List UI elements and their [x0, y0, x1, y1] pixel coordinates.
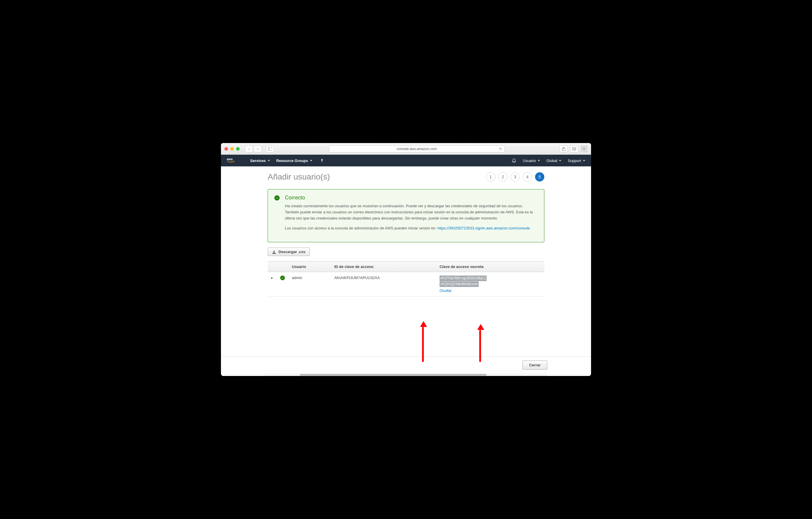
new-tab-button[interactable]: + [581, 145, 587, 152]
caret-down-icon [268, 160, 270, 162]
caret-down-icon [559, 160, 561, 162]
download-csv-button[interactable]: Descargar .csv [268, 248, 310, 256]
maximize-window-button[interactable] [236, 147, 240, 151]
svg-text:aws: aws [227, 157, 233, 161]
cell-secret-access-key: eFd7Ha76M+cgOEMcX8kjc1 cKQlXQZ4dk4MuBzcw… [436, 272, 544, 296]
step-3[interactable]: 3 [511, 172, 520, 181]
tabs-button[interactable] [570, 145, 578, 152]
sidebar-toggle-button[interactable] [266, 145, 274, 152]
caret-down-icon [310, 160, 312, 162]
scrollbar-thumb[interactable] [300, 374, 487, 376]
step-5[interactable]: 5 [535, 172, 544, 181]
reload-icon[interactable]: ⟳ [499, 147, 502, 151]
minimize-window-button[interactable] [230, 147, 234, 151]
wizard-steps: 1 2 3 4 5 [486, 172, 544, 181]
secret-key-line-1: eFd7Ha76M+cgOEMcX8kjc1 [440, 276, 487, 281]
traffic-lights [225, 147, 240, 151]
browser-window: ‹ › console.aws.amazon.com ⟳ + aws [221, 143, 591, 376]
secret-key-line-2: cKQlXQZ4dk4MuBzcwx [440, 281, 479, 287]
aws-logo[interactable]: aws [227, 157, 238, 164]
download-icon [272, 250, 276, 254]
back-button[interactable]: ‹ [245, 145, 253, 152]
expand-row-toggle[interactable]: ▸ [271, 276, 273, 280]
hide-secret-link[interactable]: Ocultar [440, 288, 452, 293]
services-menu[interactable]: Services [250, 158, 270, 163]
success-alert: ✓ Correcto Ha creado correctamente los u… [268, 189, 544, 242]
close-button[interactable]: Cerrar [522, 361, 547, 370]
table-row: ▸ ✓ admin AKIAIKPIJUM7APUU32XA eFd7Ha76M… [268, 272, 544, 296]
notifications-button[interactable] [512, 158, 516, 163]
cell-access-key-id: AKIAIKPIJUM7APUU32XA [331, 272, 436, 296]
alert-text-1: Ha creado correctamente los usuarios que… [285, 203, 538, 221]
step-1[interactable]: 1 [486, 172, 495, 181]
browser-toolbar: ‹ › console.aws.amazon.com ⟳ + [221, 143, 591, 155]
close-window-button[interactable] [225, 147, 228, 151]
signin-url-link[interactable]: https://393250723533.signin.aws.amazon.c… [437, 226, 530, 230]
footer-bar: Cerrar [221, 356, 591, 374]
url-bar[interactable]: console.aws.amazon.com ⟳ [329, 145, 505, 152]
th-access-key-id: ID de clave de acceso [331, 262, 436, 272]
horizontal-scrollbar[interactable] [265, 374, 547, 376]
pin-shortcut-button[interactable] [320, 158, 324, 163]
caret-down-icon [583, 160, 585, 162]
support-menu[interactable]: Support [568, 158, 585, 163]
url-text: console.aws.amazon.com [397, 147, 437, 151]
th-user: Usuario [288, 262, 331, 272]
step-4[interactable]: 4 [523, 172, 532, 181]
step-2[interactable]: 2 [498, 172, 508, 181]
forward-button[interactable]: › [254, 145, 262, 152]
annotation-arrow-1 [420, 321, 426, 362]
svg-rect-5 [573, 147, 576, 150]
alert-title: Correcto [285, 195, 538, 201]
cell-username: admin [288, 272, 331, 296]
caret-down-icon [538, 160, 540, 162]
svg-rect-4 [572, 148, 575, 151]
th-secret-access-key: Clave de acceso secreta [436, 262, 544, 272]
users-table: Usuario ID de clave de acceso Clave de a… [268, 261, 544, 296]
main-content: Añadir usuario(s) 1 2 3 4 5 ✓ Correcto H… [221, 166, 591, 356]
region-menu[interactable]: Global [546, 158, 561, 163]
share-button[interactable] [559, 145, 568, 152]
aws-top-nav: aws Services Resource Groups Usuario [221, 155, 591, 166]
resource-groups-menu[interactable]: Resource Groups [277, 158, 312, 163]
account-menu[interactable]: Usuario [523, 158, 540, 163]
row-success-icon: ✓ [280, 276, 285, 280]
alert-text-2: Los usuarios con acceso a la consola de … [285, 225, 538, 231]
success-icon: ✓ [274, 195, 280, 201]
svg-rect-0 [268, 147, 272, 151]
page-title: Añadir usuario(s) [268, 172, 330, 181]
